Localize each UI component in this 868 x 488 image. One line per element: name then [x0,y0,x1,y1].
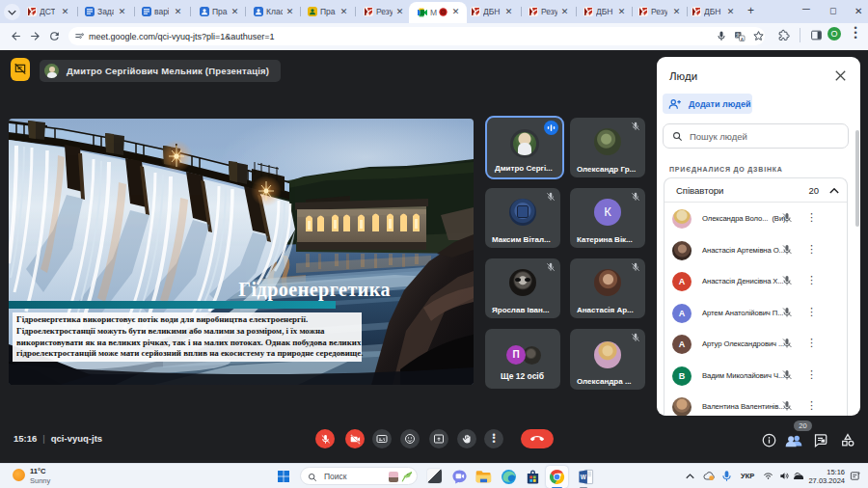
svg-text:W: W [581,474,586,480]
svg-text:A: A [741,36,744,41]
